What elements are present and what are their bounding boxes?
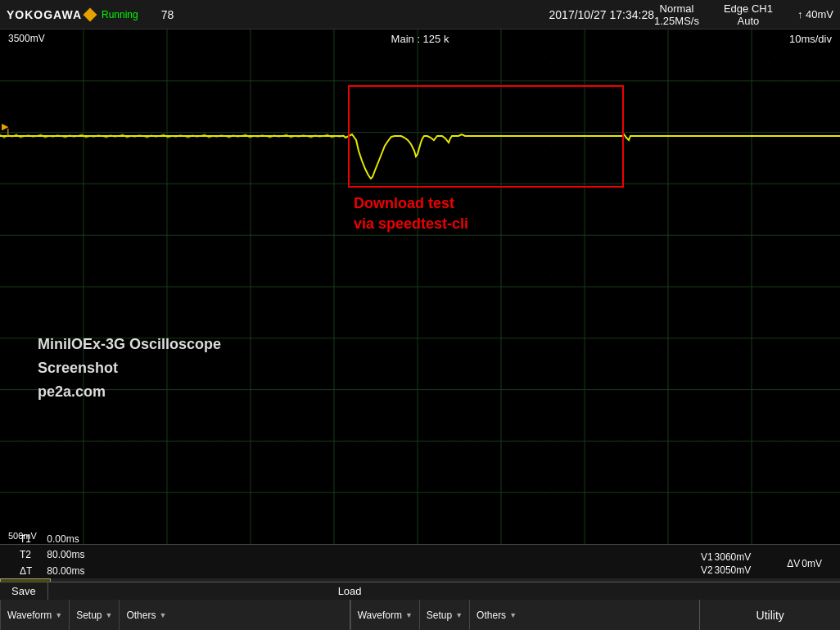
toolbar: Waveform ▼ Setup ▼ Others ▼ Waveform ▼ S… xyxy=(0,600,840,630)
logo: YOKOGAWA xyxy=(7,8,95,21)
trigger-count: 78 xyxy=(161,8,174,21)
save-load-divider xyxy=(47,582,48,600)
main-label: Main : 125 k xyxy=(391,33,449,45)
load-label: Load xyxy=(327,582,373,600)
toolbar-load-section: Waveform ▼ Setup ▼ Others ▼ xyxy=(350,600,701,630)
load-others-button[interactable]: Others ▼ xyxy=(469,600,523,630)
toolbar-save-section: Waveform ▼ Setup ▼ Others ▼ xyxy=(0,600,350,630)
trigger-info: Edge CH1 Auto xyxy=(724,2,773,27)
grid-svg xyxy=(0,29,840,544)
utility-button[interactable]: Utility xyxy=(700,600,840,630)
voltage-measurements: V1 3060mV V2 3050mV ΔV 0mV xyxy=(699,550,824,578)
trigger-arrow-icon: ▶ xyxy=(2,121,8,132)
trigger-mode: Normal 1.25MS/s xyxy=(654,2,699,27)
save-others-button[interactable]: Others ▼ xyxy=(119,600,173,630)
load-setup-dropdown-icon: ▼ xyxy=(455,611,463,619)
datetime-display: 2017/10/27 17:34:28 xyxy=(549,8,654,21)
load-others-dropdown-icon: ▼ xyxy=(509,611,517,619)
annotation-text: Download test via speedtest-cli xyxy=(354,193,468,234)
waveform-dropdown-icon: ▼ xyxy=(55,611,62,619)
time-div-label: 10ms/div xyxy=(789,33,832,45)
trigger-level: ↑ 40mV xyxy=(797,8,833,20)
logo-text: YOKOGAWA xyxy=(7,8,82,21)
save-label: Save xyxy=(0,582,47,600)
load-setup-button[interactable]: Setup ▼ xyxy=(419,600,469,630)
load-waveform-dropdown-icon: ▼ xyxy=(405,611,413,619)
others-save-dropdown-icon: ▼ xyxy=(159,611,166,619)
save-load-bar: Save Load xyxy=(0,582,840,600)
oscilloscope-screen: 3500mV Main : 125 k 10ms/div Download te… xyxy=(0,29,840,544)
save-waveform-button[interactable]: Waveform ▼ xyxy=(0,600,69,630)
setup-dropdown-icon: ▼ xyxy=(106,611,113,619)
running-status: Running xyxy=(102,9,138,20)
header-bar: YOKOGAWA Running 78 2017/10/27 17:34:28 … xyxy=(0,0,840,29)
watermark-text: MiniIOEx-3G Oscilloscope Screenshot pe2a… xyxy=(38,333,221,403)
logo-diamond-icon xyxy=(84,7,97,21)
header-right: Normal 1.25MS/s Edge CH1 Auto ↑ 40mV xyxy=(654,2,833,27)
voltage-top-label: 3500mV xyxy=(8,33,45,44)
measurements-bar: T1 0.00ms T2 80.00ms ΔT 80.00ms 1/ΔT 12.… xyxy=(0,544,840,582)
toolbar-utility-section: Utility xyxy=(700,600,840,630)
save-setup-button[interactable]: Setup ▼ xyxy=(69,600,119,630)
header-left: YOKOGAWA Running 78 xyxy=(7,8,549,21)
load-waveform-button[interactable]: Waveform ▼ xyxy=(350,600,419,630)
